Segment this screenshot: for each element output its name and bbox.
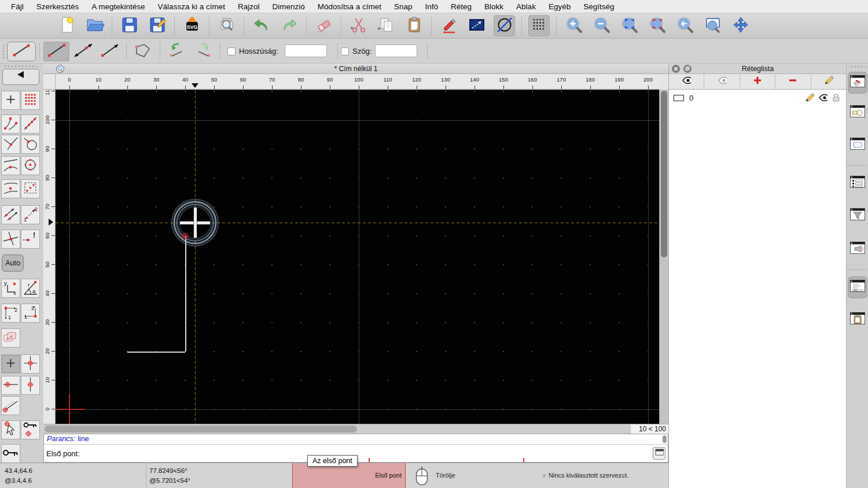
- lock-grey-icon[interactable]: [832, 93, 841, 104]
- dock-command-line-button[interactable]: [848, 276, 867, 298]
- menu-snap[interactable]: Snap: [388, 0, 419, 13]
- edit-layer-button[interactable]: [811, 74, 847, 89]
- delete-button[interactable]: [313, 15, 334, 36]
- horizontal-scrollbar[interactable]: [43, 424, 631, 434]
- angle-checkbox[interactable]: [341, 47, 349, 56]
- toolbar-drag-handle[interactable]: [2, 45, 5, 58]
- cut-button[interactable]: [348, 15, 369, 36]
- line-entity[interactable]: [185, 236, 186, 352]
- vertical-scrollbar[interactable]: [659, 90, 668, 424]
- pan-button[interactable]: [730, 15, 751, 36]
- remove-layer-button[interactable]: [775, 74, 811, 89]
- drawing-canvas[interactable]: [56, 90, 659, 424]
- menu-a-megtekint-se[interactable]: A megtekintése: [85, 0, 151, 13]
- zoom-previous-button[interactable]: [674, 15, 696, 36]
- restrict-disabled-button[interactable]: [1, 328, 20, 347]
- menu-dimenzi-[interactable]: Dimenzió: [266, 0, 311, 13]
- back-button[interactable]: [2, 69, 39, 85]
- zoom-out-button[interactable]: [591, 15, 612, 36]
- dock-command-event-button[interactable]: [848, 238, 867, 260]
- dock-entity-list-button[interactable]: [848, 172, 867, 194]
- paste-button[interactable]: [403, 15, 425, 36]
- length-checkbox[interactable]: [227, 47, 236, 56]
- menu-r-teg[interactable]: Réteg: [444, 0, 478, 13]
- tool-line-angle-button[interactable]: [71, 42, 96, 61]
- menu-ablak[interactable]: Ablak: [510, 0, 542, 13]
- pencil-yellow-icon[interactable]: [805, 93, 814, 104]
- grid-toggle-button[interactable]: [528, 15, 550, 36]
- layer-color-swatch[interactable]: [674, 95, 684, 101]
- snap-free-button[interactable]: [1, 91, 20, 110]
- snap-grid-button[interactable]: [21, 91, 40, 110]
- snap-intersection-button[interactable]: [1, 230, 20, 249]
- svg-export-button[interactable]: SVG: [181, 15, 203, 36]
- menu-v-lassza-ki-a-c-met[interactable]: Válassza ki a címet: [152, 0, 231, 13]
- add-layer-button[interactable]: [740, 74, 775, 89]
- select-relative-zero-button[interactable]: [1, 420, 20, 439]
- zoom-window-button[interactable]: [702, 15, 723, 36]
- menu-rajzol[interactable]: Rajzol: [231, 0, 266, 13]
- dock-layer-list-button[interactable]: [848, 72, 867, 94]
- vertical-scrollbar-thumb[interactable]: [661, 91, 667, 257]
- keyboard-focus-button[interactable]: [653, 447, 665, 460]
- tool-polyline-button[interactable]: [130, 42, 154, 61]
- zoom-in-button[interactable]: [563, 15, 584, 36]
- menu-f-jl[interactable]: Fájl: [5, 0, 30, 13]
- hide-all-layers-button[interactable]: [704, 74, 740, 89]
- restrict-angle-button[interactable]: [1, 396, 20, 415]
- snap-nearest-button[interactable]: [1, 156, 20, 175]
- undo-segment-button[interactable]: [164, 42, 189, 61]
- zoom-auto-button[interactable]: [619, 15, 640, 36]
- new-file-button[interactable]: [56, 15, 78, 36]
- dock-clipboard-button[interactable]: [848, 309, 867, 331]
- corner-order-12-button[interactable]: 12: [1, 304, 20, 323]
- command-input[interactable]: [84, 446, 649, 461]
- restrict-orthogonal-button[interactable]: [21, 354, 40, 374]
- angle-input[interactable]: [375, 45, 417, 57]
- set-relative-zero-button[interactable]: [1, 444, 20, 463]
- snap-endpoint-button[interactable]: [1, 114, 20, 134]
- tool-line-ray-button[interactable]: [97, 42, 123, 61]
- layer-row[interactable]: 0: [669, 91, 847, 104]
- dock-block-list-button[interactable]: [848, 102, 867, 124]
- coord-polar-button[interactable]: ra: [21, 279, 40, 298]
- eye-black-icon[interactable]: [818, 93, 827, 104]
- redo-segment-button[interactable]: [191, 42, 216, 61]
- tool-line-2points-button[interactable]: [43, 42, 69, 61]
- command-history-scrollbar[interactable]: [663, 435, 667, 443]
- undo-button[interactable]: [251, 15, 272, 36]
- copy-button[interactable]: [376, 15, 397, 36]
- corner-order-21-button[interactable]: 12: [21, 304, 40, 323]
- drawing-tab-bar[interactable]: * Cím nélkül 1: [43, 64, 668, 74]
- tool-line-button[interactable]: [7, 42, 36, 61]
- length-input[interactable]: [285, 45, 327, 57]
- restrict-nothing-button[interactable]: [1, 354, 20, 374]
- open-file-button[interactable]: [84, 15, 105, 36]
- edit-attributes-button[interactable]: [438, 15, 459, 36]
- menu-inf-[interactable]: Infó: [419, 0, 445, 13]
- menu-blokk[interactable]: Blokk: [478, 0, 510, 13]
- dock-filter-button[interactable]: [848, 205, 867, 227]
- redo-button[interactable]: [278, 15, 300, 36]
- horizontal-scrollbar-thumb[interactable]: [45, 426, 357, 432]
- snap-distance-points-button[interactable]: 12: [21, 205, 40, 224]
- snap-parallel-button[interactable]: [1, 205, 20, 224]
- snap-center-button[interactable]: [21, 156, 40, 175]
- coord-cartesian-button[interactable]: yx: [1, 279, 20, 298]
- snap-on-circle-button[interactable]: [21, 135, 40, 154]
- lock-relative-zero-button[interactable]: [21, 420, 40, 439]
- menu-egy-b[interactable]: Egyéb: [542, 0, 577, 13]
- snap-intersection-manual-button[interactable]: !: [21, 230, 40, 249]
- restrict-vertical-button[interactable]: [21, 376, 40, 395]
- save-button[interactable]: [119, 15, 140, 36]
- menu-m-dos-tsa-a-c-met[interactable]: Módosítsa a címet: [311, 0, 388, 13]
- line-entity[interactable]: [127, 352, 185, 353]
- show-all-layers-button[interactable]: [669, 74, 704, 89]
- dock-drag-handle[interactable]: [850, 65, 866, 68]
- snap-intersection-auto-button[interactable]: [1, 135, 20, 154]
- dock-library-browser-button[interactable]: [848, 134, 867, 156]
- selection-window-button[interactable]: [466, 15, 487, 36]
- draft-mode-button[interactable]: [494, 15, 515, 36]
- menu-seg-ts-g[interactable]: Segítség: [577, 0, 620, 13]
- snap-on-entity-button[interactable]: [21, 114, 40, 134]
